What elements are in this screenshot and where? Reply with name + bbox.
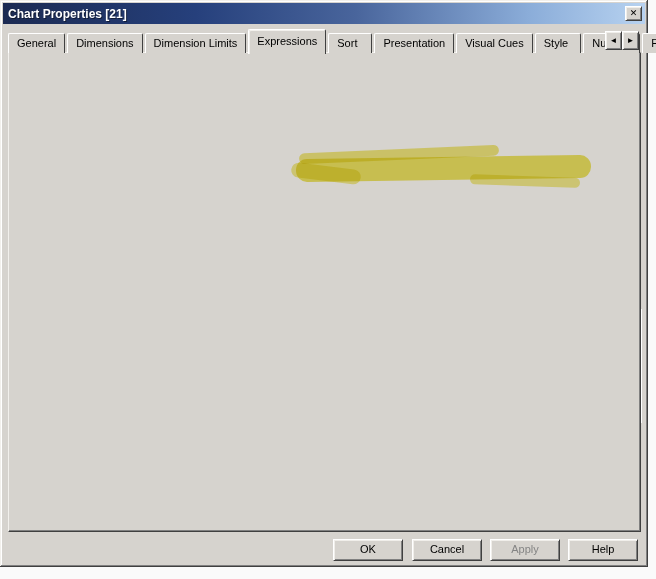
tab-sort[interactable]: Sort: [328, 33, 372, 53]
close-button[interactable]: ✕: [625, 6, 642, 21]
chart-properties-dialog: Chart Properties [21] ✕ General Dimensio…: [0, 0, 648, 567]
window-title: Chart Properties [21]: [3, 7, 127, 21]
tab-font[interactable]: Font: [642, 33, 656, 53]
tab-strip: General Dimensions Dimension Limits Expr…: [8, 27, 620, 53]
tab-presentation[interactable]: Presentation: [374, 33, 454, 53]
ok-button[interactable]: OK: [333, 539, 403, 561]
apply-button[interactable]: Apply: [490, 539, 560, 561]
tab-scroll-left-icon: ◄: [610, 36, 618, 45]
tab-scroll-right-button[interactable]: ►: [622, 31, 639, 50]
titlebar[interactable]: Chart Properties [21] ✕: [3, 3, 645, 24]
close-icon: ✕: [630, 8, 638, 18]
expressions-tab-page: [8, 52, 641, 532]
tab-dimensions[interactable]: Dimensions: [67, 33, 142, 53]
tab-dimension-limits[interactable]: Dimension Limits: [145, 33, 247, 53]
cancel-button[interactable]: Cancel: [412, 539, 482, 561]
tab-visual-cues[interactable]: Visual Cues: [456, 33, 533, 53]
tab-scroll-right-icon: ►: [627, 36, 635, 45]
tab-scroll-buttons: ◄ ►: [605, 31, 639, 50]
tab-style[interactable]: Style: [535, 33, 581, 53]
help-button[interactable]: Help: [568, 539, 638, 561]
tab-scroll-left-button[interactable]: ◄: [605, 31, 622, 50]
tab-general[interactable]: General: [8, 33, 65, 53]
tab-expressions[interactable]: Expressions: [248, 29, 326, 54]
